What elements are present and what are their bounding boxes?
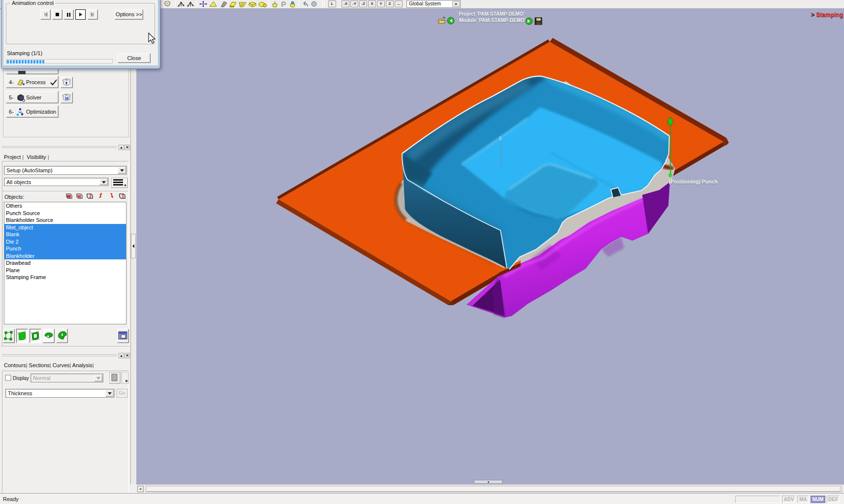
svg-text:z: z	[499, 135, 501, 141]
svg-text:M: M	[65, 96, 69, 101]
